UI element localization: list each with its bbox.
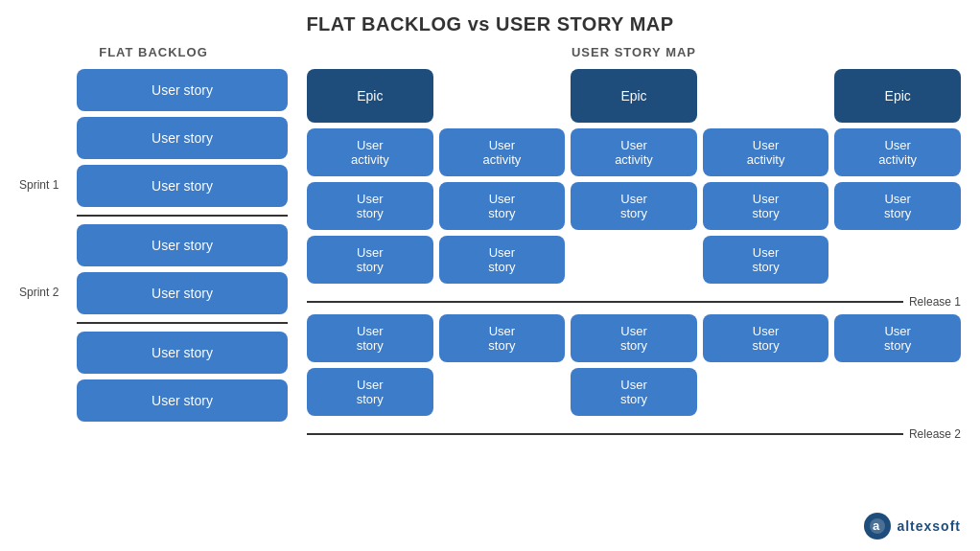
backlog-story-3[interactable]: User story — [77, 165, 288, 207]
story-map-title: USER STORY MAP — [307, 45, 961, 59]
map-story-1-1[interactable]: Userstory — [307, 182, 433, 230]
altexsoft-icon: a — [869, 517, 886, 535]
backlog-list: User story User story Sprint 1 User stor… — [19, 69, 288, 422]
map-story-3-3[interactable]: Userstory — [571, 314, 697, 362]
epic-empty-1 — [439, 69, 566, 123]
sprint1-row2: Userstory Userstory Userstory — [307, 236, 961, 284]
map-story-3-4[interactable]: Userstory — [703, 314, 829, 362]
sprint2-divider — [77, 322, 288, 324]
logo-icon: a — [864, 513, 891, 540]
flat-backlog-title: FLAT BACKLOG — [99, 45, 208, 59]
activity-1[interactable]: Useractivity — [307, 128, 433, 176]
map-story-1-2[interactable]: Userstory — [439, 182, 566, 230]
backlog-story-7[interactable]: User story — [77, 379, 288, 422]
map-story-2-1[interactable]: Userstory — [307, 236, 433, 284]
flat-backlog-section: FLAT BACKLOG User story User story Sprin… — [19, 45, 288, 443]
map-story-3-2[interactable]: Userstory — [439, 314, 566, 362]
release2-row: Release 2 — [307, 427, 961, 441]
backlog-story-1[interactable]: User story — [77, 69, 288, 111]
release1-row: Release 1 — [307, 295, 961, 309]
sprint1-label: Sprint 1 — [19, 178, 58, 192]
epics-row: Epic Epic Epic — [307, 69, 961, 123]
map-story-1-4[interactable]: Userstory — [703, 182, 829, 230]
activity-5[interactable]: Useractivity — [834, 128, 961, 176]
map-empty-4-2 — [439, 368, 566, 416]
map-empty-4-4 — [703, 368, 829, 416]
epic-1[interactable]: Epic — [307, 69, 433, 123]
backlog-story-2[interactable]: User story — [77, 117, 288, 159]
activity-2[interactable]: Useractivity — [439, 128, 566, 176]
svg-text:a: a — [873, 518, 880, 533]
map-story-4-1[interactable]: Userstory — [307, 368, 433, 416]
sprint1-block: Sprint 1 User story — [77, 165, 288, 207]
activity-4[interactable]: Useractivity — [703, 128, 829, 176]
sprint1-divider — [77, 215, 288, 217]
map-story-3-1[interactable]: Userstory — [307, 314, 433, 362]
map-story-1-5[interactable]: Userstory — [834, 182, 961, 230]
map-story-2-2[interactable]: Userstory — [439, 236, 566, 284]
sprint2-row2: Userstory Userstory — [307, 368, 961, 416]
main-title: FLAT BACKLOG vs USER STORY MAP — [0, 0, 980, 41]
sprint1-row1: Userstory Userstory Userstory Userstory … — [307, 182, 961, 230]
release1-label: Release 1 — [909, 295, 961, 309]
backlog-story-6[interactable]: User story — [77, 332, 288, 374]
map-empty-2-3 — [571, 236, 697, 284]
brand-name: altexsoft — [897, 518, 961, 534]
story-map-section: USER STORY MAP Epic Epic Epic Useractivi… — [307, 45, 961, 443]
logo-area: a altexsoft — [864, 513, 961, 540]
backlog-story-4[interactable]: User story — [77, 224, 288, 266]
release2-label: Release 2 — [909, 427, 961, 441]
sprint2-label: Sprint 2 — [19, 286, 58, 299]
epic-2[interactable]: Epic — [571, 69, 697, 123]
sprint2-block: Sprint 2 User story — [77, 272, 288, 314]
activities-row: Useractivity Useractivity Useractivity U… — [307, 128, 961, 176]
map-story-4-3[interactable]: Userstory — [571, 368, 697, 416]
activity-3[interactable]: Useractivity — [571, 128, 697, 176]
map-story-3-5[interactable]: Userstory — [834, 314, 961, 362]
backlog-story-5[interactable]: User story — [77, 272, 288, 314]
sprint2-row1: Userstory Userstory Userstory Userstory … — [307, 314, 961, 362]
map-empty-2-5 — [834, 236, 961, 284]
map-story-2-4[interactable]: Userstory — [703, 236, 829, 284]
main-container: FLAT BACKLOG vs USER STORY MAP FLAT BACK… — [0, 0, 980, 443]
epic-3[interactable]: Epic — [834, 69, 961, 123]
release2-line — [307, 433, 903, 435]
map-empty-4-5 — [834, 368, 961, 416]
release1-line — [307, 301, 903, 303]
map-story-1-3[interactable]: Userstory — [571, 182, 697, 230]
epic-empty-2 — [703, 69, 829, 123]
